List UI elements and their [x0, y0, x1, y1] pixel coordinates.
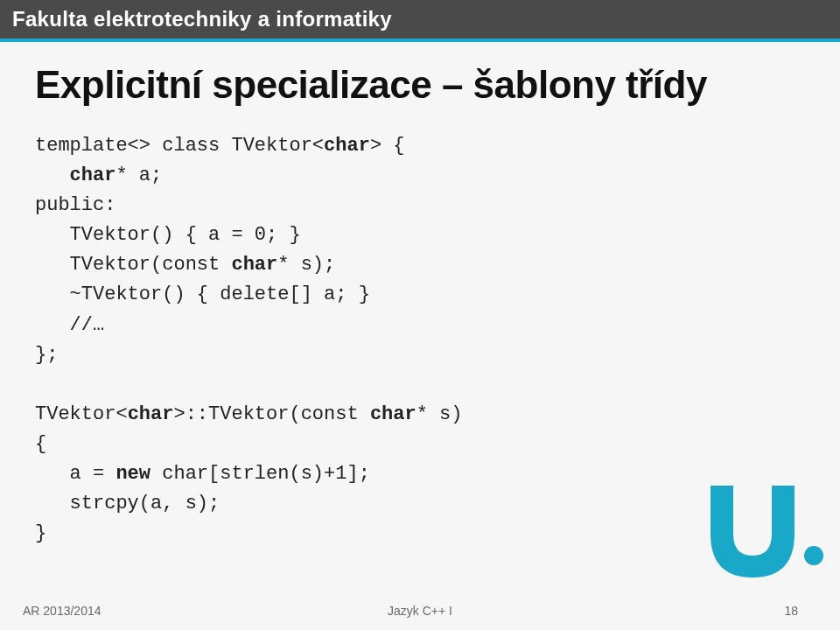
code-keyword: char	[370, 403, 416, 425]
code-line: template<> class TVektor<char> {	[35, 135, 404, 157]
code-block: template<> class TVektor<char> { char* a…	[35, 131, 805, 549]
footer-page-number: 18	[784, 604, 798, 618]
code-line: ~TVektor() { delete[] a; }	[35, 284, 370, 305]
code-text: >::TVektor(const	[173, 403, 369, 425]
code-text: template<> class TVektor<	[35, 135, 324, 157]
code-line: char* a;	[35, 164, 162, 186]
code-keyword: char	[128, 403, 174, 425]
code-text: a =	[35, 463, 116, 485]
footer-center: Jazyk C++ I	[0, 604, 840, 618]
code-keyword: new	[116, 463, 150, 485]
footer: AR 2013/2014 Jazyk C++ I 18	[0, 593, 840, 630]
code-line: strcpy(a, s);	[35, 493, 220, 514]
code-text: > {	[370, 135, 405, 157]
code-text	[35, 164, 70, 186]
code-line: };	[35, 344, 58, 366]
code-text: * a;	[116, 164, 162, 186]
code-line: TVektor<char>::TVektor(const char* s)	[35, 403, 463, 425]
code-line: TVektor(const char* s);	[35, 254, 335, 276]
code-text: * s);	[277, 254, 335, 276]
code-text: TVektor<	[35, 403, 128, 425]
header-title: Fakulta elektrotechniky a informatiky	[0, 0, 840, 32]
slide: Fakulta elektrotechniky a informatiky Ex…	[0, 0, 840, 630]
code-text: * s)	[416, 403, 463, 425]
slide-title: Explicitní specializace – šablony třídy	[35, 61, 805, 107]
code-keyword: char	[324, 135, 370, 157]
code-keyword: char	[70, 164, 116, 186]
code-text: char[strlen(s)+1];	[150, 463, 370, 485]
code-line: TVektor() { a = 0; }	[35, 224, 301, 246]
code-text: TVektor(const	[35, 254, 231, 276]
accent-bar	[0, 38, 840, 42]
code-line: a = new char[strlen(s)+1];	[35, 463, 370, 485]
header-bar: Fakulta elektrotechniky a informatiky	[0, 0, 840, 38]
code-line: }	[35, 522, 46, 544]
code-keyword: char	[231, 254, 277, 276]
code-line: //…	[35, 314, 104, 336]
code-line: public:	[35, 194, 116, 216]
code-line: {	[35, 433, 46, 455]
content-area: Explicitní specializace – šablony třídy …	[0, 61, 840, 578]
